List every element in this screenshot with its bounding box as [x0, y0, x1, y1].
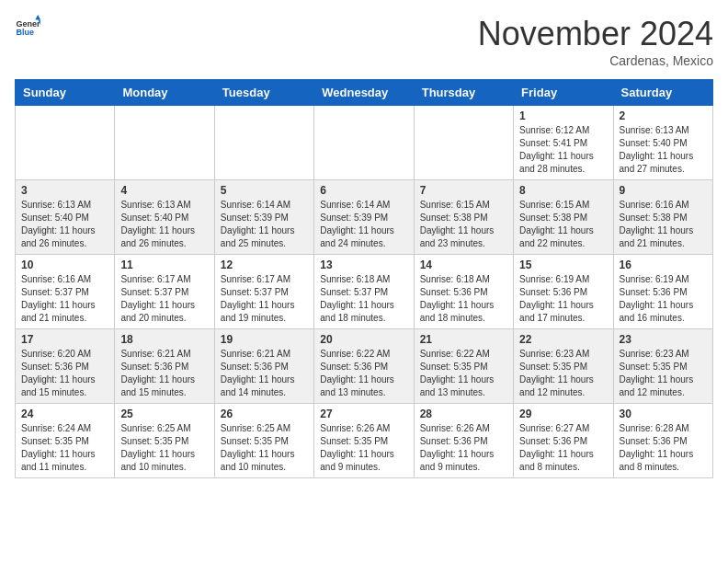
weekday-header-row: SundayMondayTuesdayWednesdayThursdayFrid…: [16, 80, 713, 106]
day-info: Sunrise: 6:23 AMSunset: 5:35 PMDaylight:…: [620, 348, 707, 399]
title-block: November 2024 Cardenas, Mexico: [478, 15, 713, 68]
day-info: Sunrise: 6:20 AMSunset: 5:36 PMDaylight:…: [21, 348, 108, 399]
calendar-cell: 28Sunrise: 6:26 AMSunset: 5:36 PMDayligh…: [414, 404, 513, 478]
day-info: Sunrise: 6:22 AMSunset: 5:36 PMDaylight:…: [320, 348, 407, 399]
day-number: 24: [21, 408, 108, 420]
calendar-table: SundayMondayTuesdayWednesdayThursdayFrid…: [15, 79, 713, 478]
svg-marker-2: [35, 15, 40, 20]
day-info: Sunrise: 6:15 AMSunset: 5:38 PMDaylight:…: [519, 199, 607, 250]
day-number: 22: [519, 333, 607, 346]
day-info: Sunrise: 6:21 AMSunset: 5:36 PMDaylight:…: [120, 348, 208, 399]
calendar-cell: 27Sunrise: 6:26 AMSunset: 5:35 PMDayligh…: [314, 404, 414, 478]
weekday-sunday: Sunday: [16, 80, 115, 106]
day-info: Sunrise: 6:18 AMSunset: 5:36 PMDaylight:…: [420, 273, 507, 325]
day-number: 23: [620, 333, 707, 346]
calendar-cell: 30Sunrise: 6:28 AMSunset: 5:36 PMDayligh…: [613, 404, 712, 478]
day-number: 20: [320, 333, 407, 346]
day-info: Sunrise: 6:16 AMSunset: 5:37 PMDaylight:…: [21, 273, 108, 325]
calendar-cell: 3Sunrise: 6:13 AMSunset: 5:40 PMDaylight…: [16, 180, 115, 255]
page-header: General Blue November 2024 Cardenas, Mex…: [15, 15, 713, 68]
calendar-cell: 22Sunrise: 6:23 AMSunset: 5:35 PMDayligh…: [514, 329, 613, 404]
day-number: 28: [420, 408, 507, 420]
calendar-cell: 25Sunrise: 6:25 AMSunset: 5:35 PMDayligh…: [115, 404, 214, 478]
weekday-wednesday: Wednesday: [314, 80, 414, 106]
calendar-cell: 14Sunrise: 6:18 AMSunset: 5:36 PMDayligh…: [414, 255, 513, 329]
calendar-cell: 11Sunrise: 6:17 AMSunset: 5:37 PMDayligh…: [115, 255, 214, 329]
day-number: 5: [221, 184, 308, 197]
svg-text:General: General: [16, 19, 40, 29]
day-info: Sunrise: 6:17 AMSunset: 5:37 PMDaylight:…: [221, 273, 308, 325]
day-info: Sunrise: 6:21 AMSunset: 5:36 PMDaylight:…: [221, 348, 308, 399]
calendar-cell: 20Sunrise: 6:22 AMSunset: 5:36 PMDayligh…: [314, 329, 414, 404]
calendar-cell: 4Sunrise: 6:13 AMSunset: 5:40 PMDaylight…: [115, 180, 214, 255]
day-number: 16: [620, 259, 707, 271]
calendar-cell: 21Sunrise: 6:22 AMSunset: 5:35 PMDayligh…: [414, 329, 513, 404]
day-info: Sunrise: 6:17 AMSunset: 5:37 PMDaylight:…: [120, 273, 208, 325]
calendar-cell: [115, 106, 214, 180]
day-number: 17: [21, 333, 108, 346]
calendar-cell: [314, 106, 414, 180]
day-info: Sunrise: 6:25 AMSunset: 5:35 PMDaylight:…: [120, 422, 208, 474]
day-info: Sunrise: 6:16 AMSunset: 5:38 PMDaylight:…: [620, 199, 707, 250]
day-number: 19: [221, 333, 308, 346]
day-number: 2: [620, 109, 707, 122]
day-number: 27: [320, 408, 407, 420]
day-info: Sunrise: 6:26 AMSunset: 5:35 PMDaylight:…: [320, 422, 407, 474]
day-info: Sunrise: 6:13 AMSunset: 5:40 PMDaylight:…: [120, 199, 208, 250]
day-info: Sunrise: 6:28 AMSunset: 5:36 PMDaylight:…: [620, 422, 707, 474]
calendar-cell: 29Sunrise: 6:27 AMSunset: 5:36 PMDayligh…: [514, 404, 613, 478]
day-info: Sunrise: 6:25 AMSunset: 5:35 PMDaylight:…: [221, 422, 308, 474]
calendar-cell: 12Sunrise: 6:17 AMSunset: 5:37 PMDayligh…: [214, 255, 313, 329]
day-info: Sunrise: 6:27 AMSunset: 5:36 PMDaylight:…: [519, 422, 607, 474]
calendar-cell: 7Sunrise: 6:15 AMSunset: 5:38 PMDaylight…: [414, 180, 513, 255]
calendar-week-row: 3Sunrise: 6:13 AMSunset: 5:40 PMDaylight…: [16, 180, 713, 255]
day-number: 30: [620, 408, 707, 420]
calendar-cell: [214, 106, 313, 180]
calendar-cell: 23Sunrise: 6:23 AMSunset: 5:35 PMDayligh…: [613, 329, 712, 404]
weekday-friday: Friday: [514, 80, 613, 106]
day-info: Sunrise: 6:15 AMSunset: 5:38 PMDaylight:…: [420, 199, 507, 250]
calendar-cell: 26Sunrise: 6:25 AMSunset: 5:35 PMDayligh…: [214, 404, 313, 478]
calendar-cell: 1Sunrise: 6:12 AMSunset: 5:41 PMDaylight…: [514, 106, 613, 180]
logo: General Blue: [15, 15, 40, 40]
calendar-cell: 8Sunrise: 6:15 AMSunset: 5:38 PMDaylight…: [514, 180, 613, 255]
day-info: Sunrise: 6:13 AMSunset: 5:40 PMDaylight:…: [620, 124, 707, 176]
day-number: 21: [420, 333, 507, 346]
day-number: 9: [620, 184, 707, 197]
weekday-monday: Monday: [115, 80, 214, 106]
day-info: Sunrise: 6:22 AMSunset: 5:35 PMDaylight:…: [420, 348, 507, 399]
calendar-cell: 19Sunrise: 6:21 AMSunset: 5:36 PMDayligh…: [214, 329, 313, 404]
day-info: Sunrise: 6:24 AMSunset: 5:35 PMDaylight:…: [21, 422, 108, 474]
day-number: 8: [519, 184, 607, 197]
calendar-cell: 17Sunrise: 6:20 AMSunset: 5:36 PMDayligh…: [16, 329, 115, 404]
location: Cardenas, Mexico: [478, 53, 713, 68]
day-number: 29: [519, 408, 607, 420]
day-number: 7: [420, 184, 507, 197]
calendar-week-row: 24Sunrise: 6:24 AMSunset: 5:35 PMDayligh…: [16, 404, 713, 478]
month-title: November 2024: [478, 15, 713, 53]
calendar-week-row: 17Sunrise: 6:20 AMSunset: 5:36 PMDayligh…: [16, 329, 713, 404]
day-info: Sunrise: 6:14 AMSunset: 5:39 PMDaylight:…: [320, 199, 407, 250]
logo-icon: General Blue: [15, 15, 40, 40]
calendar-week-row: 10Sunrise: 6:16 AMSunset: 5:37 PMDayligh…: [16, 255, 713, 329]
calendar-cell: 24Sunrise: 6:24 AMSunset: 5:35 PMDayligh…: [16, 404, 115, 478]
calendar-week-row: 1Sunrise: 6:12 AMSunset: 5:41 PMDaylight…: [16, 106, 713, 180]
day-number: 4: [120, 184, 208, 197]
day-info: Sunrise: 6:19 AMSunset: 5:36 PMDaylight:…: [519, 273, 607, 325]
calendar-cell: 15Sunrise: 6:19 AMSunset: 5:36 PMDayligh…: [514, 255, 613, 329]
day-number: 13: [320, 259, 407, 271]
weekday-tuesday: Tuesday: [214, 80, 313, 106]
day-info: Sunrise: 6:26 AMSunset: 5:36 PMDaylight:…: [420, 422, 507, 474]
day-number: 11: [120, 259, 208, 271]
day-info: Sunrise: 6:14 AMSunset: 5:39 PMDaylight:…: [221, 199, 308, 250]
svg-text:Blue: Blue: [16, 28, 34, 37]
calendar-cell: [16, 106, 115, 180]
calendar-cell: 9Sunrise: 6:16 AMSunset: 5:38 PMDaylight…: [613, 180, 712, 255]
calendar-cell: 10Sunrise: 6:16 AMSunset: 5:37 PMDayligh…: [16, 255, 115, 329]
day-info: Sunrise: 6:13 AMSunset: 5:40 PMDaylight:…: [21, 199, 108, 250]
day-number: 18: [120, 333, 208, 346]
weekday-thursday: Thursday: [414, 80, 513, 106]
day-number: 10: [21, 259, 108, 271]
day-number: 25: [120, 408, 208, 420]
day-number: 1: [519, 109, 607, 122]
